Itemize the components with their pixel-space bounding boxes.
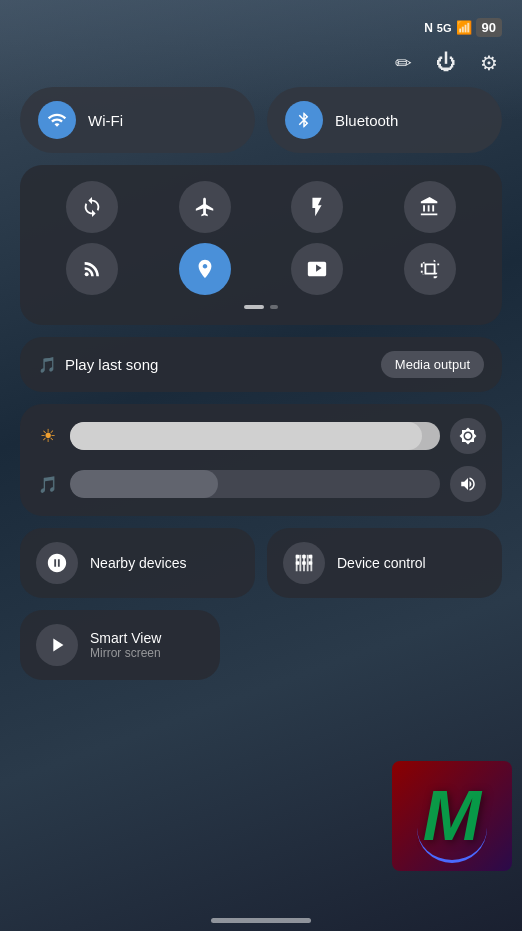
- smart-view-sublabel: Mirror screen: [90, 646, 161, 660]
- media-info: 🎵 Play last song: [38, 356, 158, 374]
- grid-row-2: [36, 243, 486, 295]
- brightness-icon: ☀: [36, 425, 60, 447]
- svg-rect-3: [309, 555, 313, 559]
- dot-active: [244, 305, 264, 309]
- flashlight-toggle[interactable]: [291, 181, 343, 233]
- brightness-fill: [70, 422, 422, 450]
- screenshot-toggle[interactable]: [404, 243, 456, 295]
- page-dots: [36, 305, 486, 309]
- smart-view-button[interactable]: Smart View Mirror screen: [20, 610, 220, 680]
- volume-fill: [70, 470, 218, 498]
- sync-toggle[interactable]: [66, 181, 118, 233]
- status-bar: N 5G 📶 90: [20, 10, 502, 43]
- bluetooth-label: Bluetooth: [335, 112, 398, 129]
- 5g-icon: 5G: [437, 22, 452, 34]
- svg-point-0: [85, 272, 89, 276]
- device-control-icon: [283, 542, 325, 584]
- grid-row-1: [36, 181, 486, 233]
- media-output-button[interactable]: Media output: [381, 351, 484, 378]
- volume-icon: 🎵: [36, 475, 60, 494]
- brightness-track[interactable]: [70, 422, 440, 450]
- svg-rect-4: [296, 561, 300, 565]
- header-controls: ✏ ⏻ ⚙: [20, 43, 502, 87]
- brightness-slider-row: ☀: [36, 418, 486, 454]
- media-player[interactable]: 🎵 Play last song Media output: [20, 337, 502, 392]
- volume-track[interactable]: [70, 470, 440, 498]
- signal-bars-icon: 📶: [456, 20, 472, 35]
- grid-toggles: [20, 165, 502, 325]
- svg-rect-5: [302, 561, 306, 565]
- settings-icon[interactable]: ⚙: [480, 51, 498, 75]
- edit-icon[interactable]: ✏: [395, 51, 412, 75]
- nfc-icon: N: [424, 21, 433, 35]
- device-control-label: Device control: [337, 555, 426, 571]
- sliders-section: ☀ 🎵: [20, 404, 502, 516]
- wifi-icon: [38, 101, 76, 139]
- smart-view-icon: [36, 624, 78, 666]
- bottom-buttons-row: Nearby devices Device control: [20, 528, 502, 598]
- power-icon[interactable]: ⏻: [436, 51, 456, 75]
- data-toggle[interactable]: [404, 181, 456, 233]
- volume-slider-row: 🎵: [36, 466, 486, 502]
- media-title: Play last song: [65, 356, 158, 373]
- watermark-overlay: M: [392, 761, 512, 871]
- nearby-devices-button[interactable]: Nearby devices: [20, 528, 255, 598]
- smart-view-text: Smart View Mirror screen: [90, 630, 161, 660]
- location-toggle[interactable]: [179, 243, 231, 295]
- smart-view-label: Smart View: [90, 630, 161, 646]
- wifi-label: Wi-Fi: [88, 112, 123, 129]
- dark-mode-button[interactable]: [450, 418, 486, 454]
- music-note-icon: 🎵: [38, 356, 57, 374]
- nearby-devices-icon: [36, 542, 78, 584]
- nearby-devices-label: Nearby devices: [90, 555, 187, 571]
- dot-inactive: [270, 305, 278, 309]
- bluetooth-toggle[interactable]: Bluetooth: [267, 87, 502, 153]
- rss-toggle[interactable]: [66, 243, 118, 295]
- watermark-arc: [417, 828, 487, 863]
- battery-indicator: 90: [476, 18, 502, 37]
- wifi-toggle[interactable]: Wi-Fi: [20, 87, 255, 153]
- svg-rect-6: [309, 561, 313, 565]
- bluetooth-icon: [285, 101, 323, 139]
- quick-toggles-row: Wi-Fi Bluetooth: [20, 87, 502, 153]
- status-icons: N 5G 📶 90: [424, 18, 502, 37]
- airplane-toggle[interactable]: [179, 181, 231, 233]
- screen-record-toggle[interactable]: [291, 243, 343, 295]
- svg-rect-2: [302, 555, 306, 559]
- svg-rect-1: [296, 555, 300, 559]
- device-control-button[interactable]: Device control: [267, 528, 502, 598]
- volume-max-button[interactable]: [450, 466, 486, 502]
